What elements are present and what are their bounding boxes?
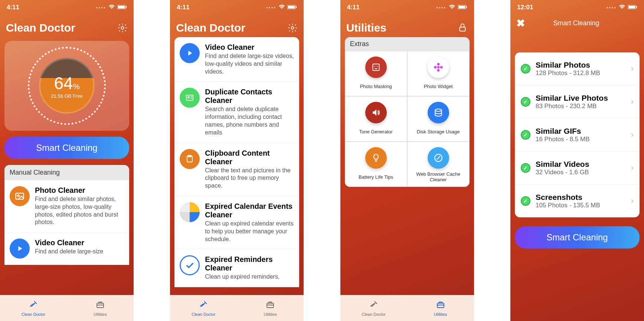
broom-icon <box>29 300 38 311</box>
status-icons: ●●●● <box>266 4 297 11</box>
svg-point-10 <box>291 27 294 29</box>
list-item-photo-cleaner[interactable]: Photo Cleaner Find and delete similar ph… <box>4 180 129 233</box>
settings-icon[interactable] <box>287 23 298 33</box>
wifi-icon <box>108 4 115 11</box>
check-icon <box>180 255 200 275</box>
list-item-reminders[interactable]: Expired Reminders Cleaner Clean up expir… <box>174 249 299 287</box>
wifi-icon <box>619 4 625 11</box>
result-similar-gifs[interactable]: ✓ Similar GIFs 16 Photos - 8.5 MB › <box>515 119 640 152</box>
tab-utilities[interactable]: Utilities <box>237 295 304 321</box>
chevron-right-icon: › <box>631 130 634 140</box>
check-icon: ✓ <box>521 64 530 74</box>
toolbox-icon <box>436 300 445 311</box>
status-icons: ●●●● <box>96 4 127 11</box>
svg-rect-30 <box>628 6 635 9</box>
chevron-right-icon: › <box>631 97 634 107</box>
close-icon[interactable]: ✖ <box>516 17 525 29</box>
tab-clean-doctor[interactable]: Clean Doctor <box>340 295 407 321</box>
tab-label: Clean Doctor <box>22 312 45 317</box>
svg-point-23 <box>437 69 439 72</box>
item-title: Video Cleaner <box>205 43 294 52</box>
svg-rect-1 <box>118 6 125 9</box>
list-item-clipboard[interactable]: Clipboard Content Cleaner Clear the text… <box>174 143 299 196</box>
bulb-icon <box>365 147 387 169</box>
result-sub: 16 Photos - 8.5 MB <box>536 136 626 143</box>
smart-cleaning-button[interactable]: Smart Cleaning <box>4 137 129 159</box>
status-time: 4:11 <box>347 4 360 11</box>
svg-rect-2 <box>126 6 127 8</box>
manual-cleaning-header: Manual Cleaning <box>4 165 129 180</box>
lock-icon[interactable] <box>458 23 468 33</box>
wifi-icon <box>449 4 455 11</box>
clipboard-icon <box>180 149 200 169</box>
storage-gauge: 64% 21.56 GB Free <box>28 47 106 125</box>
list-item-duplicate-contacts[interactable]: Duplicate Contacts Cleaner Search and de… <box>174 82 299 143</box>
result-title: Similar Videos <box>536 160 626 169</box>
extras-header: Extras <box>345 37 470 51</box>
svg-point-21 <box>437 66 439 69</box>
wifi-icon <box>278 4 285 11</box>
item-desc: Find and delete large-size <box>35 248 124 256</box>
util-photo-masking[interactable]: Photo Masking <box>345 51 407 96</box>
util-label: Photo Masking <box>360 80 392 92</box>
util-label: Photo Widget <box>424 80 453 92</box>
util-photo-widget[interactable]: Photo Widget <box>407 51 470 96</box>
check-icon: ✓ <box>521 163 530 173</box>
list-item-video-cleaner[interactable]: Video Cleaner Find and delete large-size… <box>174 37 299 82</box>
list-item-calendar[interactable]: Expired Calendar Events Cleaner Clean up… <box>174 196 299 249</box>
check-icon: ✓ <box>521 196 530 206</box>
list-item-video-cleaner[interactable]: Video Cleaner Find and delete large-size <box>4 233 129 265</box>
tab-label: Clean Doctor <box>192 312 215 317</box>
safari-icon <box>428 147 449 169</box>
result-screenshots[interactable]: ✓ Screenshots 105 Photos - 135.5 MB › <box>515 185 640 217</box>
result-sub: 32 Videos - 1.6 GB <box>536 169 626 176</box>
result-title: Similar Photos <box>536 61 626 69</box>
status-bar: 12:01 ●●●● <box>510 0 644 15</box>
svg-point-24 <box>434 66 437 69</box>
page-title: Utilities <box>346 22 386 34</box>
tab-label: Utilities <box>94 312 107 317</box>
util-tone-generator[interactable]: Tone Generator <box>345 96 407 142</box>
result-similar-live-photos[interactable]: ✓ Similar Live Photos 83 Photos - 230.2 … <box>515 85 640 119</box>
util-battery-tips[interactable]: Battery Life Tips <box>345 142 407 187</box>
item-title: Duplicate Contacts Cleaner <box>205 88 294 105</box>
svg-point-3 <box>121 27 124 29</box>
screen-4-smart-cleaning-results: 12:01 ●●●● ✖ Smart Cleaning ✓ Similar Ph… <box>510 0 644 321</box>
cellular-icon: ●●●● <box>96 6 106 9</box>
status-icons: ●●●● <box>436 4 467 11</box>
util-label: Web Browser Cache Cleaner <box>410 171 467 183</box>
item-title: Video Cleaner <box>35 239 124 247</box>
tab-clean-doctor[interactable]: Clean Doctor <box>170 295 237 321</box>
chevron-right-icon: › <box>631 196 634 206</box>
util-label: Battery Life Tips <box>359 171 393 183</box>
broom-icon <box>369 300 378 311</box>
extras-card: Extras Photo Masking Photo Widget Tone G… <box>345 37 470 187</box>
tab-utilities[interactable]: Utilities <box>67 295 134 321</box>
tab-clean-doctor[interactable]: Clean Doctor <box>0 295 67 321</box>
svg-rect-31 <box>636 6 637 8</box>
result-title: Screenshots <box>536 193 626 202</box>
util-disk-storage[interactable]: Disk Storage Usage <box>407 96 470 142</box>
modal-title: Smart Cleaning <box>525 19 628 27</box>
battery-icon <box>628 4 637 10</box>
status-bar: 4:11 ●●●● <box>0 0 134 15</box>
mask-icon <box>365 56 387 78</box>
tab-label: Utilities <box>434 312 447 317</box>
screen-1-home: 4:11 ●●●● Clean Doctor 64% 21.56 GB Free <box>0 0 134 321</box>
result-similar-photos[interactable]: ✓ Similar Photos 128 Photos - 312.8 MB › <box>515 52 640 85</box>
result-similar-videos[interactable]: ✓ Similar Videos 32 Videos - 1.6 GB › <box>515 152 640 185</box>
smart-cleaning-button[interactable]: Smart Cleaning <box>515 226 640 249</box>
settings-icon[interactable] <box>117 23 128 33</box>
battery-icon <box>287 4 297 10</box>
status-time: 4:11 <box>177 4 189 11</box>
util-web-cache[interactable]: Web Browser Cache Cleaner <box>407 142 470 187</box>
item-desc: Clean up expired reminders, <box>205 273 294 281</box>
svg-point-25 <box>440 66 442 69</box>
result-sub: 83 Photos - 230.2 MB <box>536 103 626 110</box>
item-desc: Find and delete large-size videos, low-q… <box>205 52 294 75</box>
result-sub: 105 Photos - 135.5 MB <box>536 202 626 209</box>
play-icon <box>180 43 200 63</box>
disk-icon <box>428 102 449 123</box>
tab-utilities[interactable]: Utilities <box>407 295 474 321</box>
item-desc: Clean up expired calendar events to help… <box>205 220 294 243</box>
